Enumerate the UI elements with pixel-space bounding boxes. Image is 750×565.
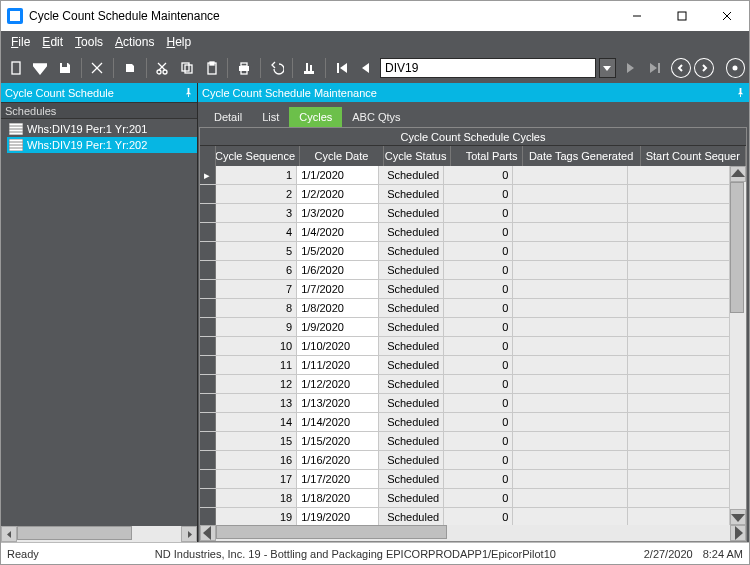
cell[interactable]: 1/19/2020 bbox=[297, 508, 378, 525]
cell[interactable]: Scheduled bbox=[379, 166, 445, 184]
pin-icon[interactable] bbox=[736, 87, 745, 99]
cell[interactable]: 12 bbox=[216, 375, 297, 393]
table-row[interactable]: 151/15/2020Scheduled0 bbox=[200, 432, 730, 451]
cell[interactable]: 0 bbox=[444, 185, 513, 203]
table-row[interactable]: 121/12/2020Scheduled0 bbox=[200, 375, 730, 394]
cell[interactable]: 1/2/2020 bbox=[297, 185, 378, 203]
cell[interactable]: 8 bbox=[216, 299, 297, 317]
cell[interactable]: Scheduled bbox=[379, 508, 445, 525]
cell[interactable]: 1/12/2020 bbox=[297, 375, 378, 393]
cell[interactable] bbox=[513, 432, 627, 450]
row-handle[interactable] bbox=[200, 223, 216, 241]
prev-button[interactable] bbox=[355, 57, 377, 79]
maximize-button[interactable] bbox=[659, 1, 704, 31]
table-row[interactable]: 81/8/2020Scheduled0 bbox=[200, 299, 730, 318]
row-handle[interactable] bbox=[200, 451, 216, 469]
table-row[interactable]: 191/19/2020Scheduled0 bbox=[200, 508, 730, 525]
table-row[interactable]: 181/18/2020Scheduled0 bbox=[200, 489, 730, 508]
scroll-left-icon[interactable] bbox=[1, 526, 17, 542]
scroll-down-icon[interactable] bbox=[730, 509, 746, 525]
cell[interactable] bbox=[513, 489, 627, 507]
cut-button[interactable] bbox=[152, 57, 174, 79]
cell[interactable] bbox=[628, 508, 730, 525]
cell[interactable]: 5 bbox=[216, 242, 297, 260]
minimize-button[interactable] bbox=[614, 1, 659, 31]
cell[interactable]: 0 bbox=[444, 432, 513, 450]
cell[interactable] bbox=[628, 318, 730, 336]
cell[interactable] bbox=[628, 489, 730, 507]
row-handle[interactable] bbox=[200, 489, 216, 507]
cell[interactable]: 15 bbox=[216, 432, 297, 450]
cell[interactable]: 2 bbox=[216, 185, 297, 203]
new-button[interactable] bbox=[5, 57, 27, 79]
cell[interactable] bbox=[628, 451, 730, 469]
delete-button[interactable] bbox=[87, 57, 109, 79]
cell[interactable] bbox=[628, 242, 730, 260]
row-handle[interactable] bbox=[200, 470, 216, 488]
row-handle[interactable] bbox=[200, 318, 216, 336]
cell[interactable]: 0 bbox=[444, 356, 513, 374]
cell[interactable]: 0 bbox=[444, 337, 513, 355]
cell[interactable]: 16 bbox=[216, 451, 297, 469]
cell[interactable]: 6 bbox=[216, 261, 297, 279]
cell[interactable]: 0 bbox=[444, 318, 513, 336]
cell[interactable] bbox=[628, 223, 730, 241]
cell[interactable] bbox=[628, 413, 730, 431]
tab-cycles[interactable]: Cycles bbox=[289, 107, 342, 127]
row-handle[interactable] bbox=[200, 413, 216, 431]
cell[interactable] bbox=[513, 356, 627, 374]
menu-tools[interactable]: Tools bbox=[71, 33, 107, 51]
menu-file[interactable]: File bbox=[7, 33, 34, 51]
cell[interactable] bbox=[513, 508, 627, 525]
row-handle[interactable] bbox=[200, 375, 216, 393]
cell[interactable]: 1/8/2020 bbox=[297, 299, 378, 317]
cell[interactable]: 0 bbox=[444, 261, 513, 279]
cell[interactable]: 1/17/2020 bbox=[297, 470, 378, 488]
cell[interactable]: 18 bbox=[216, 489, 297, 507]
cell[interactable] bbox=[513, 337, 627, 355]
cell[interactable] bbox=[628, 166, 730, 184]
cell[interactable] bbox=[628, 299, 730, 317]
cell[interactable] bbox=[513, 185, 627, 203]
cell[interactable]: 13 bbox=[216, 394, 297, 412]
scroll-thumb[interactable] bbox=[216, 525, 447, 539]
grid-hscroll[interactable] bbox=[200, 525, 746, 541]
table-row[interactable]: 91/9/2020Scheduled0 bbox=[200, 318, 730, 337]
row-handle[interactable] bbox=[200, 185, 216, 203]
left-hscroll[interactable] bbox=[1, 526, 197, 542]
table-row[interactable]: 21/2/2020Scheduled0 bbox=[200, 185, 730, 204]
last-button[interactable] bbox=[644, 57, 666, 79]
cell[interactable] bbox=[513, 451, 627, 469]
cell[interactable]: 0 bbox=[444, 242, 513, 260]
cell[interactable]: Scheduled bbox=[379, 242, 445, 260]
scroll-thumb[interactable] bbox=[17, 526, 132, 540]
cell[interactable] bbox=[513, 470, 627, 488]
cell[interactable]: 4 bbox=[216, 223, 297, 241]
cell[interactable]: 14 bbox=[216, 413, 297, 431]
cell[interactable]: Scheduled bbox=[379, 356, 445, 374]
cell[interactable] bbox=[513, 166, 627, 184]
cell[interactable]: 0 bbox=[444, 451, 513, 469]
tree-item[interactable]: Whs:DIV19 Per:1 Yr:201 bbox=[7, 121, 197, 137]
attach-button[interactable] bbox=[119, 57, 141, 79]
cell[interactable]: 1/10/2020 bbox=[297, 337, 378, 355]
cell[interactable]: 1/7/2020 bbox=[297, 280, 378, 298]
cell[interactable] bbox=[513, 261, 627, 279]
cell[interactable]: 0 bbox=[444, 508, 513, 525]
menu-edit[interactable]: Edit bbox=[38, 33, 67, 51]
new-dropdown[interactable] bbox=[30, 57, 52, 79]
row-handle[interactable] bbox=[200, 261, 216, 279]
row-handle[interactable] bbox=[200, 508, 216, 525]
cell[interactable]: Scheduled bbox=[379, 394, 445, 412]
col-total-parts[interactable]: Total Parts bbox=[451, 146, 522, 166]
cell[interactable] bbox=[513, 242, 627, 260]
menu-actions[interactable]: Actions bbox=[111, 33, 158, 51]
cell[interactable]: Scheduled bbox=[379, 185, 445, 203]
cell[interactable]: Scheduled bbox=[379, 470, 445, 488]
col-cycle-status[interactable]: Cycle Status bbox=[384, 146, 452, 166]
cell[interactable] bbox=[513, 280, 627, 298]
cell[interactable]: 1/14/2020 bbox=[297, 413, 378, 431]
cell[interactable]: 0 bbox=[444, 166, 513, 184]
menu-help[interactable]: Help bbox=[162, 33, 195, 51]
cell[interactable]: Scheduled bbox=[379, 223, 445, 241]
